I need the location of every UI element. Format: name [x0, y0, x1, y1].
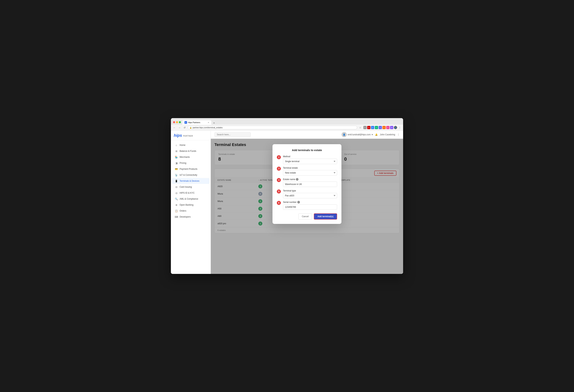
aml-icon: 🔍: [175, 197, 178, 200]
estate-name-input[interactable]: [283, 182, 337, 187]
sidebar-nav: ⌂ Home ⊞ Balance & Funds 🏪 Merchants ◨ P…: [171, 141, 211, 274]
user-profile-icon[interactable]: 👤: [394, 126, 397, 129]
ext-icon-3[interactable]: b: [371, 126, 374, 129]
sidebar-item-merchants[interactable]: 🏪 Merchants: [172, 154, 209, 160]
bell-icon[interactable]: 🔔: [375, 133, 378, 136]
browser-chrome: hi Hips Partners ✕ +: [171, 118, 403, 125]
search-input[interactable]: [214, 132, 251, 137]
step-6-label: 6: [277, 201, 281, 205]
sidebar-label-balance: Balance & Funds: [180, 150, 196, 152]
new-tab-button[interactable]: +: [212, 121, 216, 125]
pricing-icon: ◨: [175, 162, 178, 165]
sidebar-item-payment-products[interactable]: 💳 Payment Products: [172, 166, 209, 172]
method-form-group: 2 Method Single terminal: [277, 155, 337, 164]
add-terminals-submit-button[interactable]: 7 Add terminal(s): [314, 213, 337, 220]
sidebar-label-orders: Orders: [180, 210, 186, 212]
avatar: 👤: [342, 132, 347, 137]
sidebar-item-hips-id[interactable]: ◎ HIPS ID & KYC: [172, 190, 209, 196]
traffic-lights: [173, 121, 181, 123]
estate-name-label: Estate name i: [283, 178, 337, 181]
forward-button[interactable]: →: [177, 126, 182, 130]
address-bar[interactable]: 🔒 partner.hips.com/terminal_estates: [187, 126, 357, 129]
tab-close-button[interactable]: ✕: [208, 122, 209, 124]
modal-title: Add terminals to estate: [277, 149, 337, 152]
ext-icon-4[interactable]: V: [375, 126, 378, 129]
payment-icon: 💳: [175, 168, 178, 170]
sidebar-item-developers[interactable]: ⌨ Developers: [172, 214, 209, 220]
method-select[interactable]: Single terminal: [283, 159, 337, 164]
serial-number-form-group: 6 Serial number i: [277, 201, 337, 210]
step-4-label: 4: [277, 178, 281, 182]
header-right: 👤 emil.lundvall@hips.com ▾ 🔔 John Cavebr…: [342, 132, 399, 137]
sidebar-label-merchants: Merchants: [180, 156, 190, 158]
refresh-button[interactable]: ↺: [183, 126, 186, 130]
sidebar-item-orders[interactable]: 📋 Orders: [172, 208, 209, 214]
cancel-button[interactable]: Cancel: [298, 213, 312, 220]
step-2-label: 2: [277, 155, 281, 159]
balance-icon: ⊞: [175, 150, 178, 152]
ext-icon-5[interactable]: N: [379, 126, 382, 129]
tab-favicon: hi: [184, 121, 187, 124]
estate-name-form-group: 4 Estate name i: [277, 178, 337, 187]
chevron-down-icon[interactable]: ▾: [372, 133, 373, 136]
lock-icon: 🔒: [190, 127, 192, 129]
close-window-button[interactable]: [173, 121, 175, 123]
home-icon: ⌂: [175, 144, 178, 147]
orders-icon: 📋: [175, 209, 178, 212]
open-banking-icon: ⊕: [175, 204, 178, 206]
serial-number-label: Serial number i: [283, 201, 337, 204]
sidebar-item-aml[interactable]: 🔍 AML & Compliance: [172, 196, 209, 202]
sidebar-item-balance[interactable]: ⊞ Balance & Funds: [172, 148, 209, 154]
logo-hips: hips: [174, 133, 182, 138]
url-text: partner.hips.com/terminal_estates: [193, 127, 223, 129]
ext-icon-1[interactable]: R: [363, 126, 367, 129]
terminal-estate-label: Terminal estate: [283, 167, 337, 169]
bookmark-button[interactable]: ☆: [358, 126, 362, 130]
browser-extensions: R M b V N F P ★ 👤 ⋮: [363, 126, 402, 130]
sidebar-item-terminals[interactable]: 📱 Terminals & Devices: [172, 178, 209, 184]
sidebar-logo: hips PARTNER: [171, 131, 211, 141]
user-email: emil.lundvall@hips.com: [348, 133, 371, 136]
sidebar-label-aml: AML & Compliance: [180, 198, 198, 200]
user-info: 👤 emil.lundvall@hips.com ▾: [342, 132, 373, 137]
sidebar-label-pricing: Pricing: [180, 162, 186, 164]
serial-number-input[interactable]: [283, 204, 337, 210]
sidebar-item-pricing[interactable]: ◨ Pricing: [172, 160, 209, 166]
main-body: Terminal Estates Terminals in estate 8 I…: [211, 139, 403, 274]
ext-icon-7[interactable]: P: [386, 126, 390, 129]
sidebar-label-payment: Payment Products: [180, 168, 197, 170]
ext-icon-8[interactable]: ★: [390, 126, 393, 129]
back-button[interactable]: ←: [172, 126, 176, 130]
more-options-icon[interactable]: ⋮: [397, 133, 399, 136]
terminal-type-select[interactable]: Pax a920: [283, 193, 337, 198]
minimize-window-button[interactable]: [176, 121, 178, 123]
ext-icon-6[interactable]: F: [382, 126, 386, 129]
ext-icon-2[interactable]: M: [367, 126, 370, 129]
browser-tab[interactable]: hi Hips Partners ✕: [182, 120, 211, 125]
sidebar-label-home: Home: [180, 144, 185, 146]
sidebar-label-iot: IoT & Connectivity: [180, 174, 197, 176]
more-button[interactable]: ⋮: [398, 126, 402, 130]
sidebar-item-open-banking[interactable]: ⊕ Open Banking: [172, 202, 209, 208]
sidebar-item-home[interactable]: ⌂ Home: [172, 142, 209, 148]
hips-id-icon: ◎: [175, 191, 178, 194]
terminal-estate-form-group: 3 Terminal estate New estate: [277, 167, 337, 176]
modal-overlay: Add terminals to estate 2 Method Single …: [211, 139, 403, 274]
merchants-icon: 🏪: [175, 156, 178, 159]
logo-partner: PARTNER: [183, 135, 193, 137]
main-header: 👤 emil.lundvall@hips.com ▾ 🔔 John Cavebr…: [211, 131, 403, 139]
method-label: Method: [283, 155, 337, 158]
sidebar-item-card-issuing[interactable]: ⊟ Card Issuing: [172, 184, 209, 190]
terminal-type-form-group: 5 Terminal type Pax a920: [277, 189, 337, 198]
step-3-label: 3: [277, 167, 281, 171]
sidebar: hips PARTNER ⌂ Home ⊞ Balance & Funds 🏪 …: [171, 131, 211, 274]
developers-icon: ⌨: [175, 215, 178, 218]
card-issuing-icon: ⊟: [175, 186, 178, 188]
sidebar-item-iot[interactable]: 📡 IoT & Connectivity: [172, 172, 209, 178]
sidebar-label-developers: Developers: [180, 216, 191, 218]
estate-name-info-icon: i: [296, 178, 298, 181]
terminal-estate-select[interactable]: New estate: [283, 170, 337, 176]
maximize-window-button[interactable]: [179, 121, 181, 123]
terminals-icon: 📱: [175, 180, 178, 182]
serial-number-info-icon: i: [297, 201, 300, 204]
